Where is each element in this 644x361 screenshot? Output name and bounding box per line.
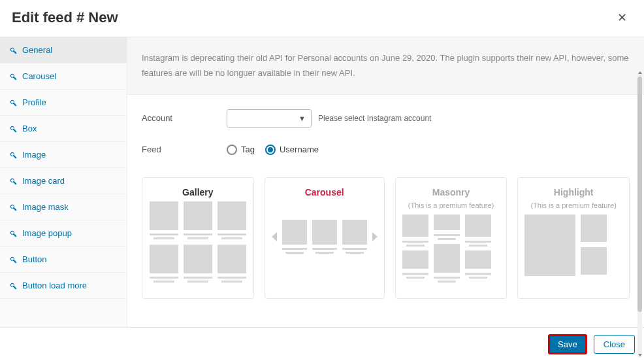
sidebar-item-button[interactable]: Button [0,247,127,273]
wrench-icon [9,256,17,264]
close-button[interactable]: Close [594,335,635,354]
layout-card-subtitle: (This is a premium feature) [402,201,500,209]
layout-card-gallery[interactable]: Gallery [142,177,254,299]
sidebar-item-general[interactable]: General [0,37,127,63]
content-panel: Instagram is deprecating their old API f… [127,37,644,327]
chevron-down-icon: ▼ [298,114,306,122]
wrench-icon [9,282,17,290]
sidebar-item-image-card[interactable]: Image card [0,168,127,194]
feed-radio-username[interactable]: Username [265,145,319,155]
account-label: Account [142,113,227,123]
sidebar-item-label: Image popup [22,228,72,238]
wrench-icon [9,203,17,211]
layout-card-title: Gallery [149,187,247,198]
save-button[interactable]: Save [548,334,587,354]
wrench-icon [9,230,17,237]
api-notice: Instagram is deprecating their old API f… [127,37,644,95]
sidebar-item-carousel[interactable]: Carousel [0,63,127,90]
layout-card-title: Carousel [272,187,378,198]
arrow-right-icon [372,232,378,241]
scrollbar-thumb[interactable] [637,77,642,312]
sidebar-item-profile[interactable]: Profile [0,90,127,116]
sidebar-item-label: Profile [22,97,46,107]
scrollbar[interactable] [637,71,642,358]
wrench-icon [9,177,17,185]
layout-card-masonry[interactable]: Masonry (This is a premium feature) [395,177,507,299]
sidebar-item-box[interactable]: Box [0,116,127,142]
sidebar-item-label: Image card [22,176,65,186]
layout-card-title: Masonry [402,187,500,198]
feed-radio-username-label: Username [280,145,319,154]
feed-row: Feed Tag Username [142,145,630,155]
account-select[interactable]: ▼ [227,109,312,128]
sidebar-item-label: Button load more [22,281,87,290]
layout-card-highlight[interactable]: Highlight (This is a premium feature) [517,177,630,299]
arrow-left-icon [272,232,277,241]
feed-radio-tag[interactable]: Tag [227,145,255,155]
account-row: Account ▼ Please select Instagram accoun… [142,109,630,128]
sidebar-item-image-popup[interactable]: Image popup [0,220,127,247]
radio-icon [227,145,237,155]
wrench-icon [9,125,17,133]
sidebar-item-image-mask[interactable]: Image mask [0,194,127,220]
sidebar-item-label: General [22,45,52,55]
sidebar-item-label: Button [22,254,47,264]
account-hint: Please select Instagram account [318,114,431,123]
wrench-icon [9,73,17,80]
layout-card-title: Highlight [524,187,622,198]
page-title: Edit feed # New [12,9,118,26]
wrench-icon [9,151,17,159]
sidebar-item-button-load-more[interactable]: Button load more [0,273,127,299]
layout-card-subtitle: (This is a premium feature) [524,201,622,209]
sidebar-item-label: Carousel [22,71,56,81]
sidebar-item-image[interactable]: Image [0,142,127,168]
sidebar-item-label: Image [22,150,46,160]
feed-label: Feed [142,145,227,154]
layout-card-carousel[interactable]: Carousel [265,177,385,299]
wrench-icon [9,46,17,54]
close-icon[interactable]: ✕ [612,8,632,27]
sidebar-item-label: Image mask [22,202,69,212]
feed-radio-tag-label: Tag [241,145,255,154]
sidebar-item-label: Box [22,124,37,133]
radio-icon [265,145,276,155]
wrench-icon [9,99,17,107]
sidebar: General Carousel Profile Box Image Image… [0,37,127,327]
